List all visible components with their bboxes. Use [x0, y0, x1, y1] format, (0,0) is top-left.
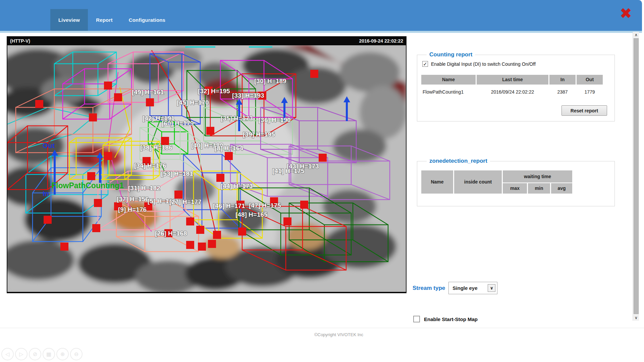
- zoom-in-icon[interactable]: ⊕: [56, 348, 69, 360]
- copyright-text: ©Copyright VIVOTEK Inc: [288, 332, 389, 337]
- grid-icon[interactable]: ▦: [43, 348, 55, 360]
- detection-label: [34] H=176: [134, 162, 166, 169]
- start-stop-map-checkbox[interactable]: [413, 316, 420, 322]
- di-checkbox[interactable]: ✓: [422, 61, 428, 67]
- detection-label: [9] H=176: [118, 206, 147, 213]
- head-marker: [196, 226, 204, 234]
- chevron-down-icon[interactable]: ∨: [488, 284, 495, 292]
- counting-report-panel: Counting report ✓ Enable Digital Input (…: [417, 55, 615, 121]
- zone-col-inside-count: inside count: [454, 170, 502, 194]
- flow-path-name-label: FlowPathCounting1: [51, 181, 124, 190]
- detection-label: [45] H=170: [177, 99, 209, 106]
- head-marker: [198, 243, 206, 251]
- head-marker: [216, 174, 224, 182]
- video-timestamp: 2016-09-24 22:02:22: [359, 38, 403, 44]
- reset-report-button[interactable]: Reset report: [561, 105, 607, 116]
- detection-label: [30] H=189: [254, 77, 286, 85]
- detection-label: [39] H=195: [243, 131, 275, 138]
- play-icon[interactable]: ▷: [15, 348, 28, 360]
- in-count-value: 2387: [549, 87, 576, 97]
- corner-toolbar: ◁ ▷ ⊘ ▦ ⊕ ⊖: [1, 348, 83, 360]
- head-marker: [310, 70, 318, 78]
- detection-label: [26] H=168: [155, 230, 187, 237]
- col-last-time: Last time: [477, 75, 548, 85]
- detection-label: [38] H=186: [140, 144, 172, 151]
- head-marker: [319, 154, 327, 162]
- counting-table-header: Name Last time In Out: [421, 75, 603, 85]
- head-marker: [283, 217, 291, 225]
- tab-configurations[interactable]: Configurations: [121, 9, 173, 31]
- detection-label: [47] H=175: [249, 202, 281, 209]
- detection-label: [48] H=165: [235, 211, 268, 218]
- head-marker: [89, 113, 97, 121]
- video-frame: (HTTP-V) 2016-09-24 22:02:22: [7, 36, 407, 293]
- header-accent-strip: [0, 31, 642, 33]
- counting-table-row: FlowPathCounting1 2016/09/24 22:02:22 23…: [421, 87, 603, 97]
- liveview-page: Liveview Report Configurations ✖ (HTTP-V…: [0, 0, 644, 362]
- flow-in-label: In: [43, 190, 49, 197]
- detection-label: [44] H=173: [221, 183, 253, 190]
- video-titlebar: (HTTP-V) 2016-09-24 22:02:22: [7, 37, 406, 45]
- tab-liveview[interactable]: Liveview: [50, 9, 88, 31]
- detection-label: [41] H=175: [272, 167, 305, 174]
- start-stop-map-label: Enable Start-Stop Map: [424, 316, 478, 322]
- detection-label: [49] H=161: [132, 89, 164, 96]
- di-checkbox-label: Enable Digital Input (DI) to switch Coun…: [431, 61, 536, 67]
- video-canvas[interactable]: [49] H=161[32] H=195[33] H=193[30] H=189…: [7, 45, 406, 292]
- zone-detection-panel: zonedetection_report Name inside count w…: [417, 161, 615, 206]
- di-switch-row: ✓ Enable Digital Input (DI) to switch Co…: [422, 61, 536, 67]
- close-icon[interactable]: ✖: [616, 3, 636, 23]
- head-marker: [104, 152, 112, 160]
- stream-type-value: Single eye: [452, 285, 477, 291]
- detection-label: [35] H=173: [221, 115, 253, 122]
- detection-label: [8] H=164: [215, 145, 243, 152]
- detection-label: [53] H=181: [161, 170, 193, 177]
- head-marker: [60, 243, 68, 251]
- video-overlay: [49] H=161[32] H=195[33] H=193[30] H=189…: [7, 45, 406, 292]
- vertical-scrollbar[interactable]: ∧ ∨: [633, 32, 639, 321]
- stream-type-select[interactable]: Single eye ∨: [448, 282, 497, 294]
- head-marker: [104, 82, 112, 90]
- zone-col-name: Name: [421, 170, 453, 194]
- head-marker: [225, 152, 233, 160]
- start-stop-map-row: Enable Start-Stop Map: [413, 316, 478, 322]
- head-marker: [35, 100, 43, 108]
- head-marker: [300, 201, 308, 209]
- back-icon[interactable]: ◁: [1, 348, 14, 360]
- head-marker: [213, 231, 221, 239]
- zone-detection-title: zonedetection_report: [427, 158, 490, 164]
- detection-label: [33] H=193: [232, 92, 264, 99]
- waiting-time-header: waiting time: [503, 170, 572, 183]
- head-marker: [238, 227, 246, 236]
- head-marker: [87, 172, 95, 180]
- scroll-up-icon[interactable]: ∧: [633, 32, 639, 38]
- scroll-down-icon[interactable]: ∨: [633, 315, 639, 321]
- stream-protocol-label: (HTTP-V): [10, 38, 30, 44]
- col-out: Out: [577, 75, 603, 85]
- tab-bar: Liveview Report Configurations: [50, 9, 173, 31]
- head-marker: [44, 216, 52, 224]
- detection-label: [46] H=171: [213, 202, 245, 209]
- head-marker: [94, 199, 102, 207]
- scrollbar-thumb[interactable]: [634, 38, 639, 314]
- detection-label: [37] H=156: [117, 196, 149, 203]
- zone-col-max: max: [503, 183, 527, 194]
- stream-type-row: Stream type Single eye ∨: [413, 282, 497, 294]
- zone-col-min: min: [528, 183, 550, 194]
- counting-report-title: Counting report: [427, 51, 475, 58]
- head-marker: [146, 98, 154, 106]
- header-bar: Liveview Report Configurations ✖: [0, 0, 642, 31]
- detection-label: [31] H=182: [128, 185, 160, 192]
- head-marker: [114, 93, 122, 101]
- rule-name-link[interactable]: FlowPathCounting1: [421, 87, 476, 97]
- head-marker: [208, 240, 216, 248]
- detection-label: [32] H=195: [198, 88, 230, 95]
- tab-report[interactable]: Report: [88, 9, 121, 31]
- edit-icon[interactable]: ⊘: [29, 348, 41, 360]
- zoom-out-icon[interactable]: ⊖: [70, 348, 83, 360]
- footer-divider: [0, 328, 644, 328]
- head-marker: [186, 217, 194, 225]
- zone-table-header: Name inside count waiting time max min a…: [421, 170, 572, 194]
- flow-out-label: Out: [43, 142, 55, 149]
- stream-type-label: Stream type: [413, 285, 445, 292]
